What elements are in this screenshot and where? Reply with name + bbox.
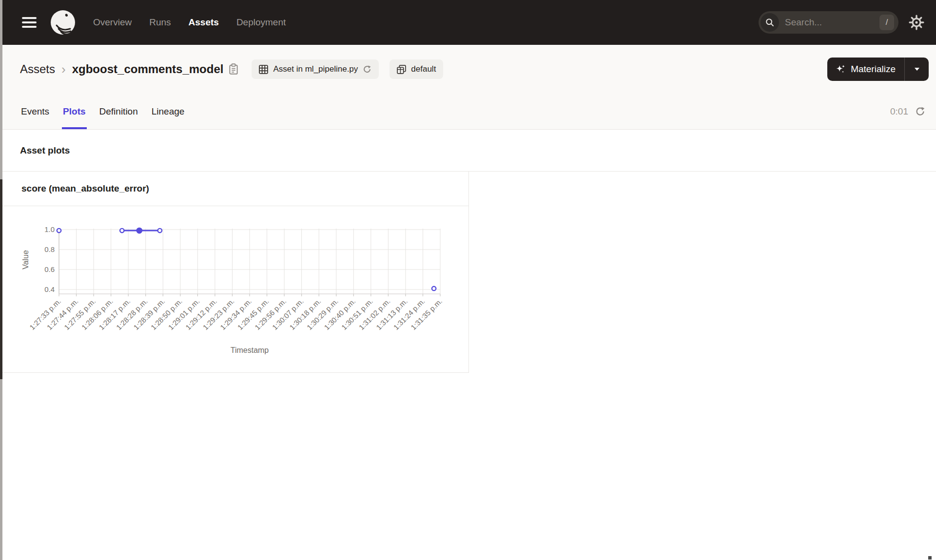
search-input[interactable] bbox=[785, 17, 853, 28]
reload-definition-icon bbox=[363, 65, 371, 74]
primary-nav: Overview Runs Assets Deployment bbox=[93, 17, 286, 28]
screen-corner-artifact bbox=[928, 556, 932, 560]
materialize-button-label: Materialize bbox=[851, 64, 896, 75]
nav-item-deployment[interactable]: Deployment bbox=[236, 17, 286, 28]
tab-definition[interactable]: Definition bbox=[98, 94, 139, 129]
clipboard-icon bbox=[228, 63, 239, 75]
breadcrumb-assets-link[interactable]: Assets bbox=[20, 62, 55, 76]
top-navbar: Overview Runs Assets Deployment / bbox=[0, 0, 936, 45]
plot-title: score (mean_absolute_error) bbox=[21, 183, 149, 194]
nav-item-overview[interactable]: Overview bbox=[93, 17, 132, 28]
page-title: xgboost_comments_model bbox=[72, 62, 224, 76]
refresh-button[interactable] bbox=[915, 106, 925, 116]
chevron-down-icon bbox=[914, 67, 920, 71]
materialize-dropdown-button[interactable] bbox=[904, 58, 929, 81]
tab-events[interactable]: Events bbox=[20, 94, 50, 129]
materialize-split-button: Materialize bbox=[827, 58, 929, 81]
tab-lineage[interactable]: Lineage bbox=[151, 94, 186, 129]
nav-item-runs[interactable]: Runs bbox=[149, 17, 171, 28]
refresh-timer: 0:01 bbox=[890, 106, 908, 117]
asset-plots-section-header: Asset plots bbox=[0, 130, 936, 172]
breadcrumb-separator: › bbox=[61, 62, 66, 77]
plot-card-header: score (mean_absolute_error) bbox=[0, 172, 468, 206]
nav-item-assets[interactable]: Assets bbox=[189, 17, 219, 28]
svg-text:0.6: 0.6 bbox=[44, 265, 55, 273]
search-box[interactable]: / bbox=[759, 11, 898, 34]
asset-page-header: Assets › xgboost_comments_model Asset in… bbox=[0, 45, 936, 130]
refresh-icon bbox=[915, 106, 925, 116]
svg-text:Timestamp: Timestamp bbox=[231, 346, 269, 354]
asset-tabs: Events Plots Definition Lineage 0:01 bbox=[0, 94, 936, 130]
svg-text:0.4: 0.4 bbox=[44, 285, 55, 293]
search-icon bbox=[760, 13, 779, 32]
search-shortcut-badge: / bbox=[879, 15, 894, 30]
asset-definition-chip[interactable]: Asset in ml_pipeline.py bbox=[252, 59, 379, 79]
repo-icon bbox=[397, 65, 406, 74]
navbar-right: / bbox=[759, 11, 936, 34]
breadcrumb-row: Assets › xgboost_comments_model Asset in… bbox=[0, 45, 936, 94]
tab-plots[interactable]: Plots bbox=[62, 94, 86, 129]
materialize-button[interactable]: Materialize bbox=[827, 58, 904, 81]
settings-button[interactable] bbox=[908, 14, 925, 31]
code-location-chip-label: default bbox=[411, 64, 436, 74]
svg-text:1.0: 1.0 bbox=[44, 225, 55, 233]
code-location-chip[interactable]: default bbox=[390, 59, 443, 79]
asset-definition-chip-label: Asset in ml_pipeline.py bbox=[273, 64, 358, 74]
sparkles-icon bbox=[835, 64, 846, 75]
section-title: Asset plots bbox=[20, 145, 70, 156]
dagster-logo[interactable] bbox=[50, 10, 76, 35]
hamburger-menu-icon[interactable] bbox=[22, 17, 37, 28]
plot-card: score (mean_absolute_error) 1.00.80.60.4… bbox=[0, 172, 469, 373]
svg-text:0.8: 0.8 bbox=[44, 245, 55, 253]
score-line-chart: 1.00.80.60.41:27:33 p.m.1:27:44 p.m.1:27… bbox=[0, 206, 469, 372]
table-icon bbox=[259, 65, 268, 74]
gear-icon bbox=[908, 14, 925, 31]
svg-text:Value: Value bbox=[21, 250, 30, 270]
copy-asset-name-button[interactable] bbox=[228, 63, 239, 75]
screen-left-edge-dark bbox=[0, 179, 2, 379]
